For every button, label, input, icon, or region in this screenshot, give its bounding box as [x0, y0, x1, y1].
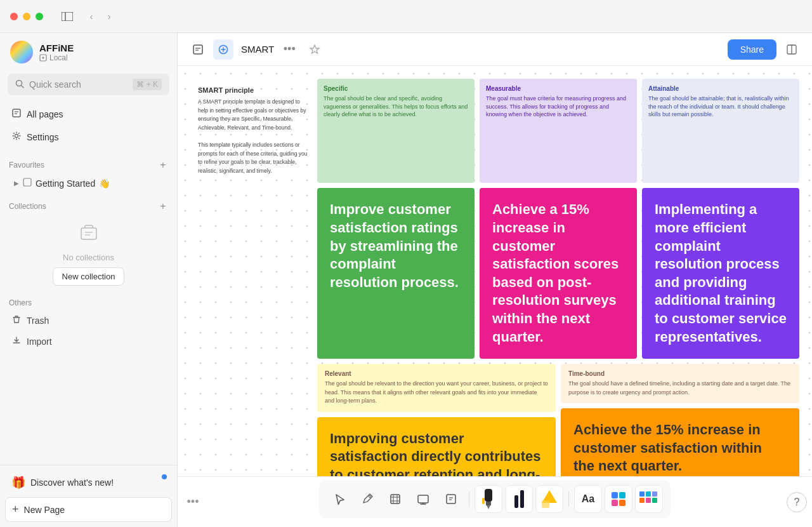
svg-rect-21	[418, 495, 428, 503]
app-body: AFFiNE Local Quick search ⌘ + K All page…	[0, 33, 812, 527]
import-label: Import	[27, 337, 52, 347]
svg-rect-33	[639, 491, 645, 497]
discover-label: Discover what's new!	[30, 477, 114, 488]
smart-mini-cards: Specific The goal should be clear and sp…	[317, 79, 799, 183]
bar-chart-tool-button[interactable]	[505, 485, 533, 513]
others-header: Others	[0, 296, 177, 310]
layout-button[interactable]	[782, 39, 802, 60]
image-tool-button[interactable]	[605, 485, 632, 513]
fullscreen-button[interactable]	[36, 13, 43, 20]
edit-mode-button[interactable]	[213, 39, 233, 60]
tool-group: Aa	[319, 480, 671, 518]
svg-rect-24	[447, 495, 455, 504]
sidebar-toggle-button[interactable]	[58, 8, 76, 25]
svg-rect-35	[652, 491, 657, 497]
time-goal-card: Achieve the 15% increase in customer sat…	[561, 408, 799, 476]
import-icon	[11, 335, 22, 347]
sidebar-item-import[interactable]: Import	[3, 331, 174, 352]
attainable-label: Attainable	[648, 85, 793, 92]
workspace-type: Local	[39, 53, 74, 62]
time-goal-text: Achieve the 15% increase in customer sat…	[573, 421, 787, 476]
pen-tool-button[interactable]	[355, 486, 380, 512]
more-options-button[interactable]: •••	[279, 39, 299, 60]
frame-tool-button[interactable]	[383, 486, 408, 512]
shapes-tool-button[interactable]	[535, 485, 563, 513]
collections-label: Collections	[9, 202, 46, 211]
svg-rect-28	[486, 502, 491, 505]
content-area[interactable]: SMART principle A SMART principle templa…	[178, 66, 812, 476]
attainable-card: Attainable The goal should be attainable…	[642, 79, 799, 183]
new-page-plus-icon: +	[12, 503, 19, 516]
search-bar[interactable]: Quick search ⌘ + K	[8, 74, 169, 95]
grid-tool-button[interactable]	[635, 485, 663, 513]
nav-forward-button[interactable]: ›	[102, 9, 117, 24]
svg-rect-30	[482, 498, 485, 504]
svg-rect-32	[542, 500, 549, 508]
workspace-name: AFFiNE	[39, 43, 74, 53]
settings-icon	[11, 131, 22, 143]
tool-separator-2	[568, 491, 569, 507]
green-goal-text: Improve customer satisfaction ratings by…	[330, 201, 462, 291]
sidebar-item-all-pages[interactable]: All pages	[5, 103, 172, 126]
new-page-button[interactable]: + New Page	[5, 497, 172, 522]
relevant-text: The goal should be relevant to the direc…	[325, 380, 548, 406]
nav-back-button[interactable]: ‹	[84, 9, 99, 24]
text-tool-button[interactable]: Aa	[574, 485, 602, 513]
star-button[interactable]	[304, 39, 325, 60]
svg-rect-38	[652, 498, 657, 503]
green-goal-card: Improve customer satisfaction ratings by…	[317, 188, 475, 359]
search-shortcut: ⌘ + K	[133, 79, 162, 90]
time-bound-text: The goal should have a defined timeline,…	[568, 380, 792, 397]
sidebar-item-getting-started[interactable]: ▶ Getting Started 👋	[3, 174, 174, 192]
svg-rect-37	[646, 498, 651, 503]
add-favourite-button[interactable]: +	[157, 159, 169, 171]
help-button[interactable]: ?	[787, 492, 807, 512]
favourites-header: Favourites +	[0, 156, 177, 174]
settings-label: Settings	[27, 132, 59, 142]
all-pages-label: All pages	[27, 109, 63, 119]
new-page-label: New Page	[24, 505, 65, 515]
svg-rect-34	[646, 491, 651, 497]
select-tool-button[interactable]	[327, 486, 352, 512]
collections-empty-icon	[79, 223, 99, 248]
svg-rect-13	[193, 45, 202, 54]
pages-icon	[11, 108, 22, 121]
smart-principle-title: SMART principle	[198, 86, 310, 94]
specific-label: Specific	[324, 85, 468, 92]
measurable-card: Measurable The goal must have criteria f…	[480, 79, 637, 183]
smart-left-panel: SMART principle A SMART principle templa…	[190, 79, 317, 183]
smart-overview: SMART principle A SMART principle templa…	[190, 79, 799, 183]
doc-mode-button[interactable]	[188, 39, 208, 60]
svg-rect-5	[13, 109, 20, 117]
marker-tool-button[interactable]	[475, 485, 502, 513]
getting-started-emoji: 👋	[99, 178, 110, 189]
minimize-button[interactable]	[23, 13, 30, 20]
relevant-goal-text: Improving customer satisfaction directly…	[330, 430, 543, 476]
getting-started-label: Getting Started	[36, 178, 95, 189]
note-tool-button[interactable]	[438, 486, 464, 512]
sidebar-item-trash[interactable]: Trash	[3, 310, 174, 331]
close-button[interactable]	[10, 13, 18, 20]
present-tool-button[interactable]	[410, 486, 436, 512]
sidebar-item-settings[interactable]: Settings	[5, 126, 172, 149]
others-label: Others	[9, 298, 32, 307]
share-button[interactable]: Share	[728, 39, 776, 60]
discover-notification-dot	[162, 474, 167, 479]
pink-goal-text: Achieve a 15% increase in customer satis…	[492, 201, 624, 346]
specific-card: Specific The goal should be clear and sp…	[317, 79, 475, 183]
search-text: Quick search	[29, 79, 128, 90]
sidebar: AFFiNE Local Quick search ⌘ + K All page…	[0, 33, 178, 527]
titlebar: ‹ ›	[0, 0, 812, 33]
doc-icon	[23, 178, 32, 189]
more-dots-button[interactable]: •••	[183, 492, 203, 512]
avatar[interactable]	[10, 41, 33, 63]
canvas: SMART principle A SMART principle templa…	[178, 66, 812, 476]
discover-button[interactable]: 🎁 Discover what's new!	[5, 470, 172, 495]
new-collection-button[interactable]: New collection	[53, 267, 125, 286]
right-bottom-col: Time-bound The goal should have a define…	[561, 364, 799, 476]
favourites-label: Favourites	[9, 161, 44, 170]
attainable-text: The goal should be attainable; that is, …	[648, 95, 793, 119]
add-collection-button[interactable]: +	[157, 200, 169, 213]
svg-rect-20	[391, 495, 400, 504]
svg-rect-9	[23, 178, 31, 186]
